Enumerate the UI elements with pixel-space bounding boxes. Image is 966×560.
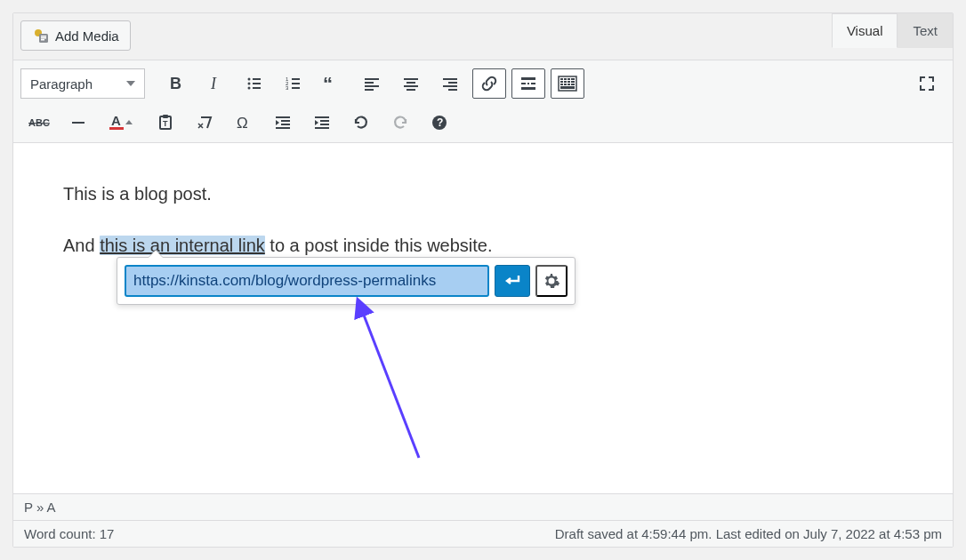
- format-select-label: Paragraph: [30, 76, 93, 92]
- special-character-button[interactable]: Ω: [227, 108, 261, 138]
- outdent-button[interactable]: [266, 108, 300, 138]
- svg-rect-48: [568, 84, 570, 85]
- align-center-button[interactable]: [394, 68, 428, 99]
- svg-rect-23: [365, 89, 374, 91]
- svg-rect-36: [521, 87, 535, 90]
- tab-visual[interactable]: Visual: [832, 13, 898, 48]
- svg-rect-39: [564, 78, 567, 80]
- svg-rect-35: [531, 83, 535, 84]
- svg-rect-10: [253, 83, 261, 84]
- svg-rect-25: [407, 82, 415, 84]
- media-icon: [32, 27, 50, 44]
- fullscreen-button[interactable]: [910, 68, 944, 99]
- selected-link-text[interactable]: this is an internal link: [100, 236, 265, 255]
- svg-text:A: A: [111, 113, 121, 128]
- redo-button[interactable]: [383, 108, 417, 138]
- svg-rect-63: [315, 116, 329, 118]
- svg-rect-47: [564, 84, 567, 85]
- element-path[interactable]: P » A: [13, 493, 953, 520]
- text-color-button[interactable]: A: [101, 108, 143, 138]
- svg-rect-40: [568, 78, 570, 80]
- svg-rect-22: [365, 85, 379, 87]
- svg-text:I: I: [210, 75, 217, 92]
- classic-editor: Add Media Visual Text Paragraph B I 123: [12, 12, 954, 548]
- svg-point-9: [248, 83, 251, 85]
- italic-button[interactable]: I: [198, 68, 232, 99]
- apply-link-button[interactable]: [495, 265, 530, 297]
- blockquote-button[interactable]: “: [316, 68, 350, 99]
- svg-rect-2: [41, 37, 46, 39]
- svg-rect-43: [564, 81, 567, 83]
- svg-rect-21: [365, 82, 374, 84]
- indent-button[interactable]: [305, 108, 339, 138]
- svg-text:3: 3: [286, 85, 289, 91]
- enter-icon: [503, 273, 521, 289]
- svg-rect-3: [41, 36, 46, 37]
- tab-text[interactable]: Text: [898, 13, 953, 48]
- svg-rect-14: [292, 78, 300, 80]
- word-count: Word count: 17: [24, 526, 114, 541]
- align-left-button[interactable]: [355, 68, 389, 99]
- svg-text:B: B: [170, 75, 181, 92]
- svg-rect-33: [521, 83, 526, 84]
- strikethrough-button[interactable]: ABC: [22, 108, 56, 138]
- toolbar-row-2: ABC A T Ω: [20, 105, 946, 140]
- svg-point-11: [248, 87, 251, 90]
- svg-rect-60: [281, 120, 290, 122]
- svg-rect-34: [527, 83, 529, 84]
- bold-button[interactable]: B: [159, 68, 193, 99]
- svg-rect-16: [292, 83, 300, 84]
- editor-top-row: Add Media Visual Text: [13, 13, 953, 60]
- svg-text:Ω: Ω: [237, 115, 248, 132]
- help-button[interactable]: ?: [423, 108, 456, 138]
- link-url-input[interactable]: [125, 265, 489, 297]
- svg-rect-52: [72, 122, 85, 124]
- clear-formatting-button[interactable]: [188, 108, 221, 138]
- editor-toolbar: Paragraph B I 123 “: [13, 60, 953, 143]
- content-line-1: This is a blog post.: [63, 180, 903, 207]
- svg-rect-61: [281, 124, 290, 125]
- svg-rect-45: [571, 81, 575, 83]
- svg-point-7: [248, 78, 251, 81]
- svg-rect-56: [163, 115, 168, 118]
- svg-rect-8: [253, 78, 261, 80]
- svg-rect-65: [320, 124, 329, 125]
- svg-rect-46: [560, 84, 563, 85]
- svg-rect-38: [560, 78, 563, 80]
- svg-rect-59: [276, 116, 290, 118]
- status-bar: Word count: 17 Draft saved at 4:59:44 pm…: [13, 520, 953, 547]
- svg-rect-42: [560, 81, 563, 83]
- content-line-2: And this is an internal link to a post i…: [63, 232, 903, 259]
- add-media-button[interactable]: Add Media: [20, 20, 131, 51]
- svg-rect-62: [276, 127, 290, 129]
- svg-rect-26: [404, 85, 418, 87]
- svg-rect-24: [404, 78, 418, 80]
- svg-rect-54: [109, 127, 124, 130]
- toolbar-toggle-button[interactable]: [551, 68, 584, 99]
- svg-rect-18: [292, 87, 300, 89]
- svg-rect-31: [448, 89, 457, 91]
- svg-rect-66: [315, 127, 329, 129]
- svg-text:ABC: ABC: [28, 117, 50, 128]
- insert-more-button[interactable]: [511, 68, 545, 99]
- svg-rect-20: [365, 78, 379, 80]
- annotation-arrow: [342, 294, 440, 472]
- svg-rect-29: [448, 82, 457, 84]
- undo-button[interactable]: [344, 108, 378, 138]
- format-select[interactable]: Paragraph: [20, 68, 145, 99]
- paste-text-button[interactable]: T: [149, 108, 182, 138]
- horizontal-rule-button[interactable]: [61, 108, 95, 138]
- svg-rect-64: [320, 120, 329, 122]
- bullet-list-button[interactable]: [237, 68, 271, 99]
- insert-link-button[interactable]: [472, 68, 506, 99]
- text-after-link: to a post inside this website.: [265, 236, 493, 255]
- editor-tabs: Visual Text: [832, 13, 953, 48]
- editor-content[interactable]: This is a blog post. And this is an inte…: [13, 143, 953, 493]
- link-settings-button[interactable]: [535, 265, 568, 297]
- numbered-list-button[interactable]: 123: [277, 68, 310, 99]
- align-right-button[interactable]: [433, 68, 467, 99]
- svg-rect-50: [560, 86, 575, 89]
- svg-rect-49: [571, 84, 575, 85]
- svg-line-69: [358, 301, 419, 458]
- chevron-down-icon: [126, 81, 135, 86]
